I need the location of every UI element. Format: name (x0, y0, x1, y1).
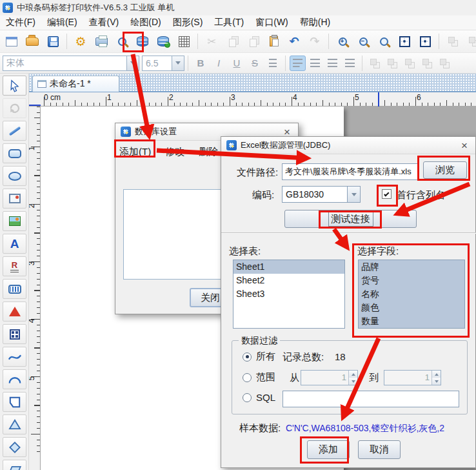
close-icon[interactable]: × (459, 140, 470, 151)
copy-button[interactable] (223, 32, 242, 50)
header-row-checkbox[interactable] (382, 189, 392, 199)
radio-icon[interactable] (243, 393, 252, 402)
range-to-spinner[interactable]: 1 (384, 370, 441, 385)
menu-tools[interactable]: 工具(T) (208, 15, 250, 30)
list-item[interactable]: 品牌 (359, 260, 464, 274)
font-size-combo[interactable]: 6.5 (142, 56, 184, 71)
rounded-rect-tool[interactable] (3, 143, 26, 163)
rich-text-tool[interactable]: R (3, 256, 26, 276)
spin-up-button[interactable] (349, 371, 357, 378)
barcode-tool[interactable] (3, 279, 26, 299)
equal-size-button[interactable] (436, 56, 452, 71)
cancel-button[interactable]: 取消 (358, 440, 401, 459)
underline-button[interactable]: U (228, 56, 245, 71)
menu-draw[interactable]: 绘图(D) (124, 15, 166, 30)
range-from-spinner[interactable]: 1 (301, 370, 358, 385)
spin-down-button[interactable] (432, 378, 441, 385)
align-right-button[interactable] (324, 56, 341, 71)
font-family-dropdown-button[interactable] (126, 56, 139, 70)
save-button[interactable] (44, 32, 63, 50)
ellipse-tool[interactable] (3, 166, 26, 186)
line-tool[interactable] (3, 121, 26, 141)
cut-button[interactable]: ✂ (203, 32, 221, 50)
list-item[interactable]: Sheet2 (233, 274, 344, 287)
database-setup-button[interactable] (134, 32, 152, 50)
menu-view[interactable]: 查看(V) (83, 15, 125, 30)
table-list[interactable]: Sheet1 Sheet2 Sheet3 (233, 260, 345, 329)
db-delete-menu-item[interactable]: 删除 (199, 146, 218, 158)
menu-window[interactable]: 窗口(W) (250, 15, 294, 30)
italic-button[interactable]: I (210, 56, 227, 71)
menu-file[interactable]: 文件(F) (0, 15, 41, 30)
db-modify-menu-item[interactable]: 修改 (165, 146, 184, 158)
filter-range-radio-row[interactable]: 范围 (243, 371, 275, 383)
print-preview-button[interactable] (113, 32, 132, 50)
picture-tool[interactable] (3, 211, 26, 231)
parallelogram-tool[interactable] (3, 460, 26, 470)
paste-button[interactable] (264, 32, 283, 50)
new-document-button[interactable] (3, 32, 21, 50)
bring-forward-button[interactable] (444, 32, 462, 50)
arc-tool[interactable] (3, 369, 26, 389)
fit-width-button[interactable] (416, 32, 435, 50)
list-item[interactable]: 颜色 (359, 301, 464, 314)
send-backward-button[interactable] (464, 32, 476, 50)
align-left-button[interactable] (290, 56, 306, 71)
add-button[interactable]: 添加 (307, 440, 350, 459)
align-justify-button[interactable] (342, 56, 358, 71)
rotate-tool[interactable] (3, 98, 26, 118)
list-item[interactable]: 货号 (359, 274, 464, 287)
test-connection-button[interactable]: 测试连接 (284, 210, 417, 228)
settings-button[interactable]: ⚙ (72, 32, 90, 50)
tab-untitled-1[interactable]: 未命名-1 * (32, 76, 119, 92)
distribute-v-button[interactable] (384, 56, 400, 71)
grid-toggle-button[interactable] (175, 32, 193, 50)
field-list[interactable]: 品牌 货号 名称 颜色 数量 (358, 260, 465, 329)
undo-button[interactable]: ↶ (285, 32, 304, 50)
menu-shape[interactable]: 图形(S) (167, 15, 209, 30)
zoom-out-button[interactable]: − (354, 32, 373, 50)
redo-button[interactable]: ↷ (306, 32, 324, 50)
strikethrough-button[interactable]: S (246, 56, 263, 71)
text-tool[interactable]: A (3, 234, 26, 254)
browse-button[interactable]: 浏览 (423, 161, 467, 179)
select-tool[interactable] (3, 76, 26, 96)
filter-sql-radio-row[interactable]: SQL (243, 392, 275, 403)
radio-icon[interactable] (243, 373, 252, 382)
bold-button[interactable]: B (192, 56, 209, 71)
filter-all-radio-row[interactable]: 所有 (243, 351, 275, 363)
image-frame-tool[interactable] (3, 189, 26, 209)
list-item[interactable]: 数量 (359, 314, 464, 328)
diamond-tool[interactable] (3, 437, 26, 457)
zoom-reset-button[interactable] (375, 32, 393, 50)
encoding-combo[interactable]: GB18030 (282, 186, 361, 203)
align-center-button[interactable] (307, 56, 323, 71)
menu-edit[interactable]: 编辑(E) (41, 15, 83, 30)
open-button[interactable] (23, 32, 42, 50)
duplicate-button[interactable] (244, 32, 263, 50)
font-family-combo[interactable]: 宋体 (3, 56, 139, 71)
print-button[interactable] (92, 32, 111, 50)
list-item[interactable]: Sheet1 (233, 260, 344, 274)
radio-selected-icon[interactable] (243, 352, 252, 362)
font-size-dropdown-button[interactable] (172, 56, 184, 70)
list-item[interactable]: Sheet3 (233, 287, 344, 301)
spin-up-button[interactable] (432, 371, 441, 378)
db-add-menu-item[interactable]: 添加(T) (119, 146, 151, 158)
special-shape-tool[interactable] (3, 301, 26, 322)
curve-tool[interactable] (3, 347, 26, 367)
list-item[interactable]: 名称 (359, 287, 464, 301)
zoom-in-button[interactable]: + (333, 32, 352, 50)
file-path-field[interactable]: 考文件\服装吊牌\冬季服装清单.xls (282, 163, 419, 180)
qrcode-tool[interactable] (3, 324, 26, 344)
fit-page-button[interactable] (395, 32, 414, 50)
encoding-dropdown-button[interactable] (347, 187, 360, 202)
database-connect-button[interactable] (154, 32, 173, 50)
equal-height-button[interactable] (419, 56, 435, 71)
distribute-h-button[interactable] (366, 56, 382, 71)
polygon-tool[interactable] (3, 392, 26, 412)
triangle-tool[interactable] (3, 414, 26, 434)
menu-help[interactable]: 帮助(H) (294, 15, 336, 30)
spin-down-button[interactable] (349, 378, 357, 385)
equal-width-button[interactable] (401, 56, 417, 71)
